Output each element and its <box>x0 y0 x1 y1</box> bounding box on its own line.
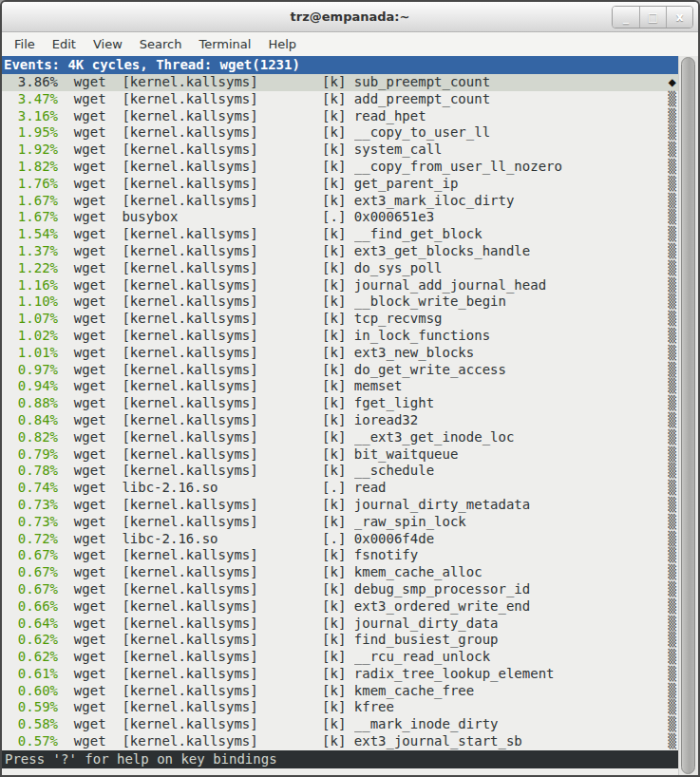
menu-file[interactable]: File <box>6 34 44 54</box>
symbol-name: kfree <box>354 699 669 716</box>
table-row[interactable]: 1.82%wget[kernel.kallsyms][k]__copy_from… <box>2 159 678 176</box>
tui-scrollbar-icon: ▒ <box>669 514 678 531</box>
table-row[interactable]: 0.73%wget[kernel.kallsyms][k]_raw_spin_l… <box>2 514 678 531</box>
privilege-level: [k] <box>322 616 354 633</box>
menubar: File Edit View Search Terminal Help <box>2 32 698 56</box>
table-row[interactable]: 0.88%wget[kernel.kallsyms][k]fget_light▒ <box>2 395 678 412</box>
table-row[interactable]: 1.95%wget[kernel.kallsyms][k]__copy_to_u… <box>2 124 678 142</box>
table-row[interactable]: 1.54%wget[kernel.kallsyms][k]__find_get_… <box>2 226 678 243</box>
table-row[interactable]: 1.01%wget[kernel.kallsyms][k]ext3_new_bl… <box>2 345 678 362</box>
table-row[interactable]: 1.10%wget[kernel.kallsyms][k]__block_wri… <box>2 294 678 311</box>
tui-scrollbar-icon: ▒ <box>669 446 678 464</box>
table-row[interactable]: 0.66%wget[kernel.kallsyms][k]ext3_ordere… <box>2 598 678 616</box>
table-row[interactable]: 0.60%wget[kernel.kallsyms][k]kmem_cache_… <box>2 683 678 700</box>
titlebar[interactable]: trz@empanada:~ _ □ x <box>2 2 698 32</box>
table-row[interactable]: 1.67%wget[kernel.kallsyms][k]ext3_mark_i… <box>2 193 678 210</box>
scrollbar-track[interactable] <box>678 56 698 775</box>
shared-object: [kernel.kallsyms] <box>122 666 322 683</box>
table-row[interactable]: 0.74%wgetlibc-2.16.so[.]read▒ <box>2 480 678 497</box>
privilege-level: [.] <box>322 209 354 226</box>
command-name: wget <box>74 260 106 277</box>
table-row[interactable]: 0.62%wget[kernel.kallsyms][k]find_busies… <box>2 632 678 649</box>
maximize-button[interactable]: □ <box>639 7 666 28</box>
table-row[interactable]: 0.61%wget[kernel.kallsyms][k]radix_tree_… <box>2 666 678 683</box>
command-name: wget <box>74 311 106 328</box>
privilege-level: [k] <box>322 142 354 159</box>
symbol-name: tcp_recvmsg <box>354 311 669 328</box>
command-name: wget <box>74 497 106 514</box>
shared-object: [kernel.kallsyms] <box>122 412 322 429</box>
tui-scrollbar-icon: ▒ <box>669 683 678 700</box>
tui-scrollbar-icon: ▒ <box>669 531 678 548</box>
table-row[interactable]: 3.16%wget[kernel.kallsyms][k]read_hpet▒ <box>2 108 678 125</box>
menu-terminal[interactable]: Terminal <box>190 34 259 54</box>
overhead-percent: 0.74% <box>2 480 58 497</box>
overhead-percent: 0.94% <box>2 378 58 395</box>
minimize-button[interactable]: _ <box>613 7 639 28</box>
terminal-screen[interactable]: Events: 4K cycles, Thread: wget(1231) 3.… <box>2 56 678 775</box>
table-row[interactable]: 0.78%wget[kernel.kallsyms][k]__schedule▒ <box>2 463 678 480</box>
shared-object: [kernel.kallsyms] <box>122 74 322 91</box>
table-row[interactable]: 0.73%wget[kernel.kallsyms][k]journal_dir… <box>2 497 678 514</box>
shared-object: [kernel.kallsyms] <box>122 294 322 311</box>
privilege-level: [k] <box>322 226 354 243</box>
shared-object: [kernel.kallsyms] <box>122 328 322 345</box>
tui-scrollbar-icon: ▒ <box>669 412 678 429</box>
table-row[interactable]: 1.22%wget[kernel.kallsyms][k]do_sys_poll… <box>2 260 678 277</box>
scrollbar-thumb[interactable] <box>681 57 695 774</box>
shared-object: [kernel.kallsyms] <box>122 362 322 379</box>
menu-help[interactable]: Help <box>259 34 305 54</box>
overhead-percent: 1.54% <box>2 226 58 243</box>
command-name: wget <box>74 666 106 683</box>
table-row[interactable]: 0.84%wget[kernel.kallsyms][k]ioread32▒ <box>2 412 678 429</box>
table-row[interactable]: 0.72%wgetlibc-2.16.so[.]0x0006f4de▒ <box>2 531 678 548</box>
menu-edit[interactable]: Edit <box>44 34 85 54</box>
table-row[interactable]: 1.76%wget[kernel.kallsyms][k]get_parent_… <box>2 176 678 193</box>
table-row[interactable]: 0.59%wget[kernel.kallsyms][k]kfree▒ <box>2 699 678 716</box>
table-row[interactable]: 1.67%wgetbusybox[.]0x000651e3▒ <box>2 209 678 226</box>
symbol-name: memset <box>354 378 669 395</box>
symbol-name: __find_get_block <box>354 226 669 243</box>
command-name: wget <box>74 733 106 750</box>
privilege-level: [k] <box>322 378 354 395</box>
window-title: trz@empanada:~ <box>291 9 410 24</box>
command-name: wget <box>74 362 106 379</box>
table-row[interactable]: 1.92%wget[kernel.kallsyms][k]system_call… <box>2 142 678 159</box>
table-row[interactable]: 1.37%wget[kernel.kallsyms][k]ext3_get_bl… <box>2 243 678 260</box>
table-row[interactable]: 1.16%wget[kernel.kallsyms][k]journal_add… <box>2 277 678 294</box>
table-row[interactable]: 0.64%wget[kernel.kallsyms][k]journal_dir… <box>2 616 678 633</box>
table-row[interactable]: 0.62%wget[kernel.kallsyms][k]__rcu_read_… <box>2 649 678 666</box>
overhead-percent: 1.67% <box>2 193 58 210</box>
shared-object: libc-2.16.so <box>122 531 322 548</box>
table-row[interactable]: 0.82%wget[kernel.kallsyms][k]__ext3_get_… <box>2 429 678 446</box>
table-row[interactable]: 0.57%wget[kernel.kallsyms][k]ext3_journa… <box>2 733 678 750</box>
table-row[interactable]: 1.07%wget[kernel.kallsyms][k]tcp_recvmsg… <box>2 311 678 328</box>
table-row[interactable]: 3.86%wget[kernel.kallsyms][k]sub_preempt… <box>2 74 678 91</box>
table-row[interactable]: 0.58%wget[kernel.kallsyms][k]__mark_inod… <box>2 716 678 733</box>
table-row[interactable]: 0.94%wget[kernel.kallsyms][k]memset▒ <box>2 378 678 395</box>
symbol-name: 0x000651e3 <box>354 209 669 226</box>
command-name: wget <box>74 480 106 497</box>
table-row[interactable]: 0.67%wget[kernel.kallsyms][k]kmem_cache_… <box>2 564 678 581</box>
overhead-percent: 1.67% <box>2 209 58 226</box>
menu-view[interactable]: View <box>85 34 131 54</box>
table-row[interactable]: 0.79%wget[kernel.kallsyms][k]bit_waitque… <box>2 446 678 464</box>
table-row[interactable]: 0.67%wget[kernel.kallsyms][k]debug_smp_p… <box>2 581 678 598</box>
table-row[interactable]: 1.02%wget[kernel.kallsyms][k]in_lock_fun… <box>2 328 678 345</box>
command-name: wget <box>74 294 106 311</box>
menu-search[interactable]: Search <box>131 34 191 54</box>
table-row[interactable]: 0.97%wget[kernel.kallsyms][k]do_get_writ… <box>2 362 678 379</box>
overhead-percent: 0.73% <box>2 497 58 514</box>
privilege-level: [k] <box>322 666 354 683</box>
table-row[interactable]: 0.67%wget[kernel.kallsyms][k]fsnotify▒ <box>2 547 678 564</box>
command-name: wget <box>74 581 106 598</box>
privilege-level: [k] <box>322 446 354 464</box>
command-name: wget <box>74 598 106 616</box>
table-row[interactable]: 3.47%wget[kernel.kallsyms][k]add_preempt… <box>2 91 678 108</box>
shared-object: [kernel.kallsyms] <box>122 124 322 142</box>
close-button[interactable]: x <box>666 7 692 28</box>
shared-object: [kernel.kallsyms] <box>122 311 322 328</box>
selected-marker-icon: ◆ <box>669 74 678 91</box>
overhead-percent: 0.59% <box>2 699 58 716</box>
command-name: wget <box>74 649 106 666</box>
